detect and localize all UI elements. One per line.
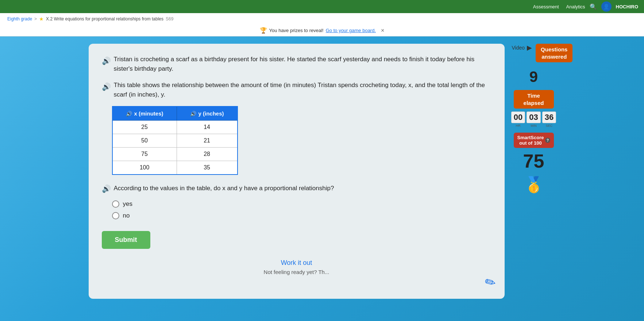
radio-circle-yes[interactable] [112, 200, 119, 208]
question-ask: 🔊 According to the values in the table, … [102, 184, 491, 193]
timer-sec-label: SEC [546, 124, 553, 128]
table-cell-y-1: 21 [177, 134, 238, 148]
questions-count: 9 [529, 68, 538, 86]
sound-icon-ask[interactable]: 🔊 [102, 184, 111, 193]
smartscore-value: 75 [523, 150, 544, 172]
timer-hr-unit: 00 HR [511, 111, 525, 128]
sound-icon-col2[interactable]: 🔊 [190, 111, 196, 117]
paragraph1-text: Tristan is crocheting a scarf as a birth… [114, 55, 491, 74]
sound-icon-col1[interactable]: 🔊 [126, 111, 132, 117]
timer-min-unit: 03 MIN [527, 111, 540, 128]
paragraph2-text: This table shows the relationship betwee… [114, 81, 491, 100]
breadcrumb-code: S69 [166, 16, 173, 21]
work-it-out-heading: Work it out [102, 259, 491, 267]
table-cell-y-2: 28 [177, 148, 238, 161]
data-table: 🔊x (minutes) 🔊y (inches) 251450217528100… [112, 106, 238, 175]
table-row: 7528 [112, 148, 238, 161]
not-feeling-text: Not feeling ready yet? Th... [102, 269, 491, 275]
main-content: 🔊 Tristan is crocheting a scarf as a bir… [0, 36, 644, 306]
table-cell-x-0: 25 [112, 121, 177, 134]
paragraph1: 🔊 Tristan is crocheting a scarf as a bir… [102, 55, 491, 74]
breadcrumb-chevron-icon: > [34, 16, 37, 21]
nav-assessment[interactable]: Assessment [533, 4, 559, 9]
radio-group: yes no [112, 200, 491, 219]
table-cell-y-0: 14 [177, 121, 238, 134]
search-icon[interactable]: 🔍 [590, 3, 597, 10]
sidebar-top-row: Video ▶ Questions answered [512, 44, 556, 66]
timer-display: 00 HR 03 MIN 36 SEC [511, 111, 556, 128]
nav-links: Assessment Analytics [533, 4, 585, 9]
timer-sec-value: 36 [542, 111, 556, 123]
user-avatar[interactable]: 👤 [601, 1, 612, 12]
sound-icon-p1[interactable]: 🔊 [102, 55, 111, 67]
timer-min-value: 03 [527, 111, 540, 123]
nav-right: Assessment Analytics 🔍 👤 HOCHIRO [533, 1, 638, 12]
table-row: 2514 [112, 121, 238, 134]
question-card: 🔊 Tristan is crocheting a scarf as a bir… [89, 44, 505, 299]
trophy-icon: 🏆 [260, 27, 267, 34]
timer-min-label: MIN [531, 124, 537, 128]
table-header-y: 🔊y (inches) [177, 106, 238, 121]
table-cell-x-3: 100 [112, 161, 177, 175]
table-row: 10035 [112, 161, 238, 175]
question-ask-text: According to the values in the table, do… [114, 185, 334, 192]
questions-answered-badge: Questions answered [536, 44, 572, 62]
video-button[interactable]: Video ▶ [512, 44, 532, 52]
radio-label-yes: yes [123, 200, 132, 208]
table-cell-x-1: 50 [112, 134, 177, 148]
smartscore-label: SmartScore out of 100 [517, 135, 544, 146]
nav-analytics[interactable]: Analytics [566, 4, 585, 9]
radio-option-no[interactable]: no [112, 212, 491, 219]
breadcrumb-grade[interactable]: Eighth grade [7, 16, 32, 21]
timer-hr-value: 00 [511, 111, 525, 123]
prize-text: You have prizes to reveal! [269, 28, 324, 33]
smartscore-help-icon[interactable]: ? [545, 138, 550, 143]
username-label: HOCHIRO [616, 4, 638, 9]
radio-circle-no[interactable] [112, 212, 119, 219]
prize-close-button[interactable]: × [381, 27, 384, 34]
top-nav-bar: Assessment Analytics 🔍 👤 HOCHIRO [0, 0, 644, 13]
sound-icon-p2[interactable]: 🔊 [102, 81, 111, 93]
table-cell-y-3: 35 [177, 161, 238, 175]
medal-icon: 🥇 [524, 176, 543, 193]
breadcrumb: Eighth grade > ★ X.2 Write equations for… [0, 13, 644, 25]
prize-link[interactable]: Go to your game board. [326, 28, 376, 33]
timer-hr-label: HR [516, 124, 521, 128]
video-label: Video [512, 45, 525, 51]
prize-banner: 🏆 You have prizes to reveal! Go to your … [0, 25, 644, 36]
radio-label-no: no [123, 212, 130, 219]
timer-sec-unit: 36 SEC [542, 111, 556, 128]
smartscore-badge: SmartScore out of 100 ? [514, 133, 554, 148]
radio-option-yes[interactable]: yes [112, 200, 491, 208]
star-icon: ★ [39, 16, 44, 22]
pencil-icon[interactable]: ✏ [483, 274, 498, 291]
submit-button[interactable]: Submit [102, 231, 150, 249]
table-header-x: 🔊x (minutes) [112, 106, 177, 121]
right-sidebar: Video ▶ Questions answered 9 Time elapse… [512, 44, 556, 299]
breadcrumb-task: X.2 Write equations for proportional rel… [46, 16, 163, 21]
time-elapsed-badge: Time elapsed [514, 90, 554, 109]
table-cell-x-2: 75 [112, 148, 177, 161]
paragraph2: 🔊 This table shows the relationship betw… [102, 81, 491, 100]
table-row: 5021 [112, 134, 238, 148]
video-play-icon: ▶ [527, 44, 532, 52]
